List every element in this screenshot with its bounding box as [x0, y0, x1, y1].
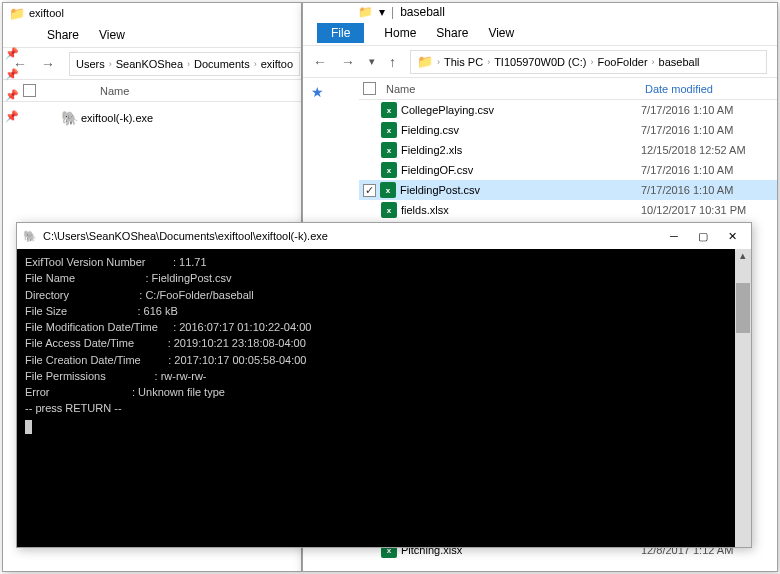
menu-view[interactable]: View — [99, 28, 125, 42]
address-bar: ← → Users› SeanKOShea› Documents› exifto… — [3, 48, 301, 80]
scrollbar[interactable]: ▴ — [735, 249, 751, 547]
excel-icon: x — [381, 142, 397, 158]
nav-up[interactable]: ↑ — [389, 54, 396, 70]
menu-file[interactable]: File — [317, 23, 364, 43]
file-date: 7/17/2016 1:10 AM — [641, 104, 777, 116]
header-name[interactable]: Name — [42, 85, 301, 97]
title-text: baseball — [400, 5, 445, 19]
file-name: fields.xlsx — [401, 204, 641, 216]
menu-share[interactable]: Share — [47, 28, 79, 42]
menubar: Share View — [3, 23, 301, 48]
file-date: 10/12/2017 10:31 PM — [641, 204, 777, 216]
file-date: 7/17/2016 1:10 AM — [641, 164, 777, 176]
file-row[interactable]: xFielding.csv7/17/2016 1:10 AM — [359, 120, 777, 140]
file-date: 7/17/2016 1:10 AM — [641, 124, 777, 136]
cursor — [25, 420, 32, 434]
scrollbar-thumb[interactable] — [736, 283, 750, 333]
folder-icon: 📁 — [9, 6, 25, 21]
column-header: Name — [3, 80, 301, 102]
qa-button[interactable]: ▾ — [379, 5, 385, 19]
title-text: C:\Users\SeanKOShea\Documents\exiftool\e… — [43, 230, 328, 242]
pin-icon[interactable]: 📌 — [5, 68, 19, 81]
application-icon: 🐘 — [61, 110, 77, 126]
file-date: 7/17/2016 1:10 AM — [641, 184, 777, 196]
header-date[interactable]: Date modified — [641, 83, 777, 95]
nav-fwd[interactable]: → — [41, 56, 55, 72]
press-return: -- press RETURN -- — [25, 402, 122, 414]
maximize-button[interactable]: ▢ — [690, 226, 716, 246]
nav-fwd[interactable]: → — [341, 54, 355, 70]
crumb[interactable]: baseball — [659, 56, 700, 68]
crumb[interactable]: exiftoo — [261, 58, 293, 70]
folder-icon: 📁 — [358, 5, 373, 19]
excel-icon: x — [381, 102, 397, 118]
crumb[interactable]: Users — [76, 58, 105, 70]
quick-access-star-icon[interactable]: ★ — [303, 78, 359, 106]
crumb[interactable]: Documents — [194, 58, 250, 70]
file-name: FieldingOF.csv — [401, 164, 641, 176]
file-date: 12/15/2018 12:52 AM — [641, 144, 777, 156]
menu-share[interactable]: Share — [436, 26, 468, 40]
column-header: Name Date modified — [359, 78, 777, 100]
crumb[interactable]: SeanKOShea — [116, 58, 183, 70]
menu-view[interactable]: View — [488, 26, 514, 40]
terminal-output[interactable]: ExifTool Version Number : 11.71 File Nam… — [17, 249, 751, 547]
pin-icon[interactable]: 📌 — [5, 89, 19, 102]
address-bar: ← → ▾ ↑ 📁› This PC› TI105970W0D (C:)› Fo… — [303, 46, 777, 78]
crumb[interactable]: FooFolder — [597, 56, 647, 68]
breadcrumb[interactable]: 📁› This PC› TI105970W0D (C:)› FooFolder›… — [410, 50, 767, 74]
title-text: exiftool — [29, 7, 64, 19]
file-row[interactable]: xFieldingOF.csv7/17/2016 1:10 AM — [359, 160, 777, 180]
file-name: FieldingPost.csv — [400, 184, 641, 196]
crumb[interactable]: TI105970W0D (C:) — [494, 56, 586, 68]
title-bar: 📁 ▾ | baseball — [303, 3, 777, 21]
file-name: CollegePlaying.csv — [401, 104, 641, 116]
header-name[interactable]: Name — [386, 83, 641, 95]
crumb[interactable]: This PC — [444, 56, 483, 68]
excel-icon: x — [381, 122, 397, 138]
pin-icon[interactable]: 📌 — [5, 47, 19, 60]
nav-back[interactable]: ← — [313, 54, 327, 70]
app-icon: 🐘 — [23, 230, 37, 243]
breadcrumb[interactable]: Users› SeanKOShea› Documents› exiftoo — [69, 52, 300, 76]
select-all-checkbox[interactable] — [363, 82, 376, 95]
title-bar[interactable]: 🐘 C:\Users\SeanKOShea\Documents\exiftool… — [17, 223, 751, 249]
file-row[interactable]: xFielding2.xls12/15/2018 12:52 AM — [359, 140, 777, 160]
menubar: File Home Share View — [303, 21, 777, 46]
file-row[interactable]: xfields.xlsx10/12/2017 10:31 PM — [359, 200, 777, 220]
minimize-button[interactable]: ─ — [661, 226, 687, 246]
file-name: Fielding.csv — [401, 124, 641, 136]
nav-recent[interactable]: ▾ — [369, 55, 375, 68]
file-row[interactable]: 🐘 exiftool(-k).exe — [3, 108, 301, 128]
excel-icon: x — [381, 162, 397, 178]
window-title: 📁 exiftool — [3, 3, 301, 23]
close-button[interactable]: ✕ — [719, 226, 745, 246]
console-window-exiftool: 🐘 C:\Users\SeanKOShea\Documents\exiftool… — [16, 222, 752, 548]
pin-icon[interactable]: 📌 — [5, 110, 19, 123]
drive-icon: 📁 — [417, 54, 433, 69]
file-row[interactable]: xCollegePlaying.csv7/17/2016 1:10 AM — [359, 100, 777, 120]
file-row[interactable]: ✓xFieldingPost.csv7/17/2016 1:10 AM — [359, 180, 777, 200]
file-name: exiftool(-k).exe — [81, 112, 301, 124]
file-name: Fielding2.xls — [401, 144, 641, 156]
excel-icon: x — [380, 182, 396, 198]
select-all-checkbox[interactable] — [23, 84, 36, 97]
menu-home[interactable]: Home — [384, 26, 416, 40]
excel-icon: x — [381, 202, 397, 218]
